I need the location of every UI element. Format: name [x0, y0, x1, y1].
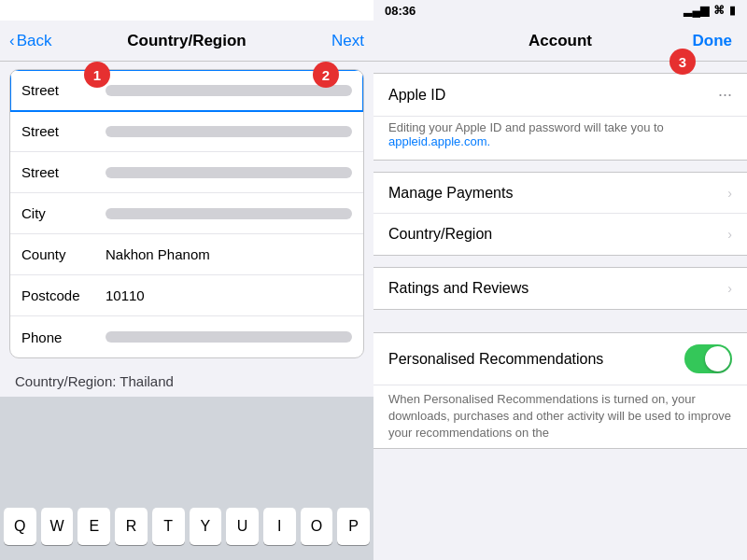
street-2-value	[106, 126, 352, 137]
right-nav-wrapper: Account Done 3	[374, 21, 747, 62]
street-2-label: Street	[21, 123, 106, 139]
apple-id-group: Apple ID ··· Editing your Apple ID and p…	[374, 73, 747, 161]
key-t[interactable]: T	[152, 508, 185, 545]
country-region-right: ›	[727, 227, 732, 242]
battery-icon: ▮	[729, 4, 736, 17]
key-e[interactable]: E	[78, 508, 110, 545]
postcode-row[interactable]: Postcode 10110	[10, 275, 363, 316]
manage-payments-row[interactable]: Manage Payments ›	[374, 173, 747, 214]
toggle-knob	[705, 346, 730, 371]
key-i[interactable]: I	[263, 508, 296, 545]
country-region-text: Country/Region: Thailand	[0, 366, 374, 397]
county-label: County	[21, 246, 106, 262]
back-button[interactable]: ‹ Back	[9, 32, 51, 50]
key-w[interactable]: W	[41, 508, 74, 545]
left-status-bar	[0, 0, 374, 21]
wifi-icon: ⌘	[713, 4, 725, 17]
personalised-info: When Personalised Recommendations is tur…	[374, 385, 747, 448]
personalised-group: Personalised Recommendations When Person…	[374, 332, 747, 449]
county-row[interactable]: County Nakhon Phanom	[10, 234, 363, 275]
ratings-label: Ratings and Reviews	[388, 280, 529, 297]
step-2-badge: 2	[313, 62, 339, 88]
postcode-label: Postcode	[21, 287, 106, 303]
next-button[interactable]: Next	[331, 32, 364, 50]
info-static-text: Editing your Apple ID and password will …	[388, 120, 664, 134]
chevron-right-icon-3: ›	[727, 281, 732, 296]
phone-label: Phone	[21, 329, 106, 345]
toggle-container[interactable]	[684, 344, 732, 373]
settings-section: Apple ID ··· Editing your Apple ID and p…	[374, 62, 747, 560]
street-1-row[interactable]: Street	[10, 70, 363, 111]
city-value	[106, 208, 352, 219]
personalised-label: Personalised Recommendations	[388, 351, 603, 368]
address-form: Street Street Street City County Nakhon …	[9, 69, 364, 358]
apple-id-link[interactable]: appleid.apple.com.	[388, 134, 490, 148]
phone-row[interactable]: Phone	[10, 316, 363, 357]
keyboard: Q W E R T Y U I O P	[0, 397, 374, 560]
ratings-right: ›	[727, 281, 732, 296]
right-nav-title: Account	[529, 32, 592, 50]
city-row[interactable]: City	[10, 193, 363, 234]
street-3-label: Street	[21, 164, 106, 180]
personalised-toggle[interactable]	[684, 344, 732, 373]
dots-menu-icon[interactable]: ···	[718, 85, 732, 105]
key-p[interactable]: P	[337, 508, 370, 545]
personalised-row[interactable]: Personalised Recommendations	[374, 333, 747, 385]
city-label: City	[21, 205, 106, 221]
nav-title: Country/Region	[127, 32, 247, 50]
keyboard-row-1: Q W E R T Y U I O P	[0, 508, 374, 545]
key-r[interactable]: R	[115, 508, 148, 545]
payment-group: Manage Payments › Country/Region ›	[374, 172, 747, 256]
key-o[interactable]: O	[301, 508, 333, 545]
country-region-label: Country/Region	[388, 226, 492, 243]
street-2-row[interactable]: Street	[10, 111, 363, 152]
apple-id-label: Apple ID	[388, 87, 445, 104]
left-panel: ‹ Back Country/Region Next 1 2 Street St…	[0, 0, 374, 560]
postcode-value: 10110	[106, 287, 352, 303]
back-label[interactable]: Back	[17, 32, 52, 50]
ratings-row[interactable]: Ratings and Reviews ›	[374, 268, 747, 309]
county-value: Nakhon Phanom	[106, 246, 352, 262]
status-icons: ▂▄▆ ⌘ ▮	[684, 4, 736, 17]
right-status-bar: 08:36 ▂▄▆ ⌘ ▮	[374, 0, 747, 21]
right-panel: 08:36 ▂▄▆ ⌘ ▮ Account Done 3 Apple ID ··…	[374, 0, 747, 560]
signal-icon: ▂▄▆	[684, 4, 709, 17]
done-button[interactable]: Done	[693, 32, 733, 50]
key-q[interactable]: Q	[4, 508, 36, 545]
status-time: 08:36	[385, 4, 416, 18]
street-3-row[interactable]: Street	[10, 152, 363, 193]
step-3-badge: 3	[669, 49, 696, 75]
street-1-value	[106, 85, 352, 96]
ratings-group: Ratings and Reviews ›	[374, 267, 747, 310]
chevron-right-icon-2: ›	[727, 227, 732, 242]
chevron-left-icon: ‹	[9, 32, 15, 50]
apple-id-row[interactable]: Apple ID ···	[374, 74, 747, 117]
key-y[interactable]: Y	[190, 508, 222, 545]
left-nav-bar: ‹ Back Country/Region Next 1 2	[0, 21, 374, 62]
manage-payments-right: ›	[727, 186, 732, 201]
key-u[interactable]: U	[226, 508, 259, 545]
chevron-right-icon: ›	[727, 186, 732, 201]
country-region-row[interactable]: Country/Region ›	[374, 214, 747, 255]
phone-value	[106, 331, 352, 343]
apple-id-info: Editing your Apple ID and password will …	[374, 117, 747, 160]
step-1-badge: 1	[84, 62, 110, 88]
manage-payments-label: Manage Payments	[388, 185, 513, 202]
street-3-value	[106, 167, 352, 178]
